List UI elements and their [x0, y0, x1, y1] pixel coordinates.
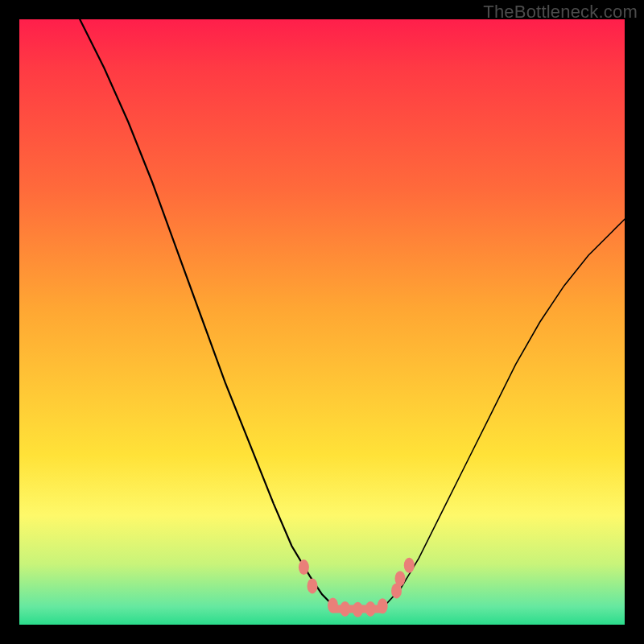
valley-marker — [340, 601, 350, 617]
valley-marker — [353, 602, 363, 617]
outer-frame: TheBottleneck.com — [0, 0, 644, 644]
curve-right — [386, 219, 625, 605]
valley-markers — [299, 558, 415, 617]
valley-marker — [365, 601, 376, 617]
valley-marker — [395, 571, 406, 586]
valley-marker — [308, 578, 318, 593]
valley-marker — [404, 558, 415, 573]
valley-marker — [328, 597, 338, 613]
plot-area — [19, 19, 625, 625]
curve-left — [80, 19, 331, 604]
chart-svg — [19, 19, 625, 625]
watermark-text: TheBottleneck.com — [483, 2, 638, 23]
valley-marker — [299, 559, 309, 575]
valley-marker — [378, 598, 388, 613]
